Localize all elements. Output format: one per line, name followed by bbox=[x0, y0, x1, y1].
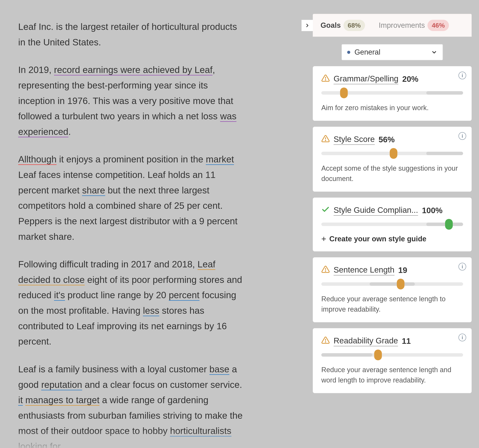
highlight-grammar[interactable]: base bbox=[209, 364, 229, 375]
highlight-grammar[interactable]: horticulturalists bbox=[170, 426, 231, 436]
plus-icon: + bbox=[321, 234, 326, 244]
goal-slider[interactable] bbox=[321, 221, 463, 227]
highlight-grammar[interactable]: reputation bbox=[41, 380, 82, 390]
highlight-grammar[interactable]: market bbox=[206, 154, 234, 165]
card-value: 11 bbox=[402, 336, 411, 346]
info-icon[interactable]: i bbox=[459, 72, 466, 79]
card-value: 20% bbox=[402, 74, 418, 84]
create-style-guide-link[interactable]: +Create your own style guide bbox=[321, 234, 463, 244]
goal-card-styleguide: Style Guide Complian...100%+Create your … bbox=[313, 198, 472, 251]
card-title[interactable]: Sentence Length bbox=[333, 265, 394, 276]
doc-paragraph: Leaf Inc. is the largest retailer of hor… bbox=[18, 19, 244, 50]
card-description: Reduce your average sentence length and … bbox=[321, 365, 463, 385]
info-icon[interactable]: i bbox=[459, 132, 466, 140]
slider-knob[interactable] bbox=[340, 87, 348, 98]
warning-icon bbox=[321, 134, 330, 145]
highlight-passive[interactable]: was experienced bbox=[18, 111, 236, 137]
card-title[interactable]: Style Score bbox=[333, 135, 375, 145]
document-content[interactable]: Leaf Inc. is the largest retailer of hor… bbox=[18, 19, 244, 448]
goal-card-readability: iReadability Grade11Reduce your average … bbox=[313, 328, 472, 393]
card-value: 100% bbox=[422, 206, 442, 215]
highlight-grammar[interactable]: share bbox=[82, 185, 105, 196]
doc-paragraph: In 2019, record earnings were achieved b… bbox=[18, 62, 244, 139]
tab-goals[interactable]: Goals 68% bbox=[320, 20, 365, 31]
card-value: 56% bbox=[379, 135, 395, 144]
card-title[interactable]: Style Guide Complian... bbox=[333, 205, 418, 216]
chevron-down-icon bbox=[431, 49, 437, 55]
goal-slider[interactable] bbox=[321, 90, 463, 96]
create-link-label: Create your own style guide bbox=[329, 235, 426, 243]
highlight-style[interactable]: manages to target bbox=[25, 395, 100, 406]
svg-point-1 bbox=[325, 80, 326, 80]
goal-slider[interactable] bbox=[321, 281, 463, 287]
warning-icon bbox=[321, 74, 330, 84]
chevron-right-icon bbox=[305, 23, 310, 28]
warning-icon bbox=[321, 265, 330, 276]
category-selector[interactable]: General bbox=[341, 44, 443, 60]
card-header: Readability Grade11 bbox=[321, 336, 463, 346]
goal-slider[interactable] bbox=[321, 352, 463, 358]
slider-knob[interactable] bbox=[445, 219, 453, 230]
card-description: Aim for zero mistakes in your work. bbox=[321, 103, 463, 113]
svg-point-5 bbox=[325, 271, 326, 271]
goals-panel: Goals 68% Improvements 46% General iGram… bbox=[313, 14, 472, 399]
tab-label: Goals bbox=[320, 21, 341, 29]
tab-badge: 46% bbox=[427, 20, 449, 31]
goal-slider[interactable] bbox=[321, 151, 463, 156]
panel-tabs: Goals 68% Improvements 46% bbox=[313, 14, 472, 37]
info-icon[interactable]: i bbox=[459, 263, 466, 270]
card-header: Style Score56% bbox=[321, 134, 463, 145]
card-description: Reduce your average sentence length to i… bbox=[321, 294, 463, 315]
card-header: Style Guide Complian...100% bbox=[321, 205, 463, 216]
highlight-grammar[interactable]: it bbox=[18, 395, 23, 406]
warning-icon bbox=[321, 336, 330, 346]
tab-improvements[interactable]: Improvements 46% bbox=[379, 20, 449, 31]
tab-label: Improvements bbox=[379, 21, 425, 29]
card-description: Accept some of the style suggestions in … bbox=[321, 163, 463, 184]
collapse-button[interactable] bbox=[301, 20, 313, 31]
slider-knob[interactable] bbox=[397, 279, 405, 290]
card-title[interactable]: Readability Grade bbox=[333, 336, 398, 346]
selector-label: General bbox=[354, 48, 380, 56]
card-value: 19 bbox=[398, 266, 407, 275]
highlight-grammar[interactable]: less bbox=[143, 305, 159, 316]
doc-paragraph: Following difficult trading in 2017 and … bbox=[18, 257, 244, 349]
highlight-grammar[interactable]: it's bbox=[54, 290, 65, 301]
card-header: Sentence Length19 bbox=[321, 265, 463, 276]
doc-paragraph: Allthough it enjoys a prominent position… bbox=[18, 152, 244, 244]
slider-knob[interactable] bbox=[390, 148, 397, 159]
svg-point-7 bbox=[325, 342, 326, 342]
dot-icon bbox=[347, 51, 350, 54]
info-icon[interactable]: i bbox=[459, 334, 466, 341]
card-header: Grammar/Spelling20% bbox=[321, 74, 463, 84]
tab-badge: 68% bbox=[344, 20, 365, 31]
goal-card-grammar: iGrammar/Spelling20%Aim for zero mistake… bbox=[313, 66, 472, 121]
highlight-spelling[interactable]: Allthough bbox=[18, 154, 57, 165]
doc-paragraph: Leaf is a family business with a loyal c… bbox=[18, 362, 244, 448]
check-icon bbox=[321, 205, 330, 216]
svg-point-3 bbox=[325, 140, 326, 141]
goal-card-sentence: iSentence Length19Reduce your average se… bbox=[313, 257, 472, 322]
highlight-style[interactable]: Leaf decided to close bbox=[18, 259, 215, 285]
card-title[interactable]: Grammar/Spelling bbox=[333, 74, 398, 84]
slider-knob[interactable] bbox=[374, 349, 382, 360]
highlight-passive[interactable]: record earnings were achieved by Leaf bbox=[54, 65, 213, 75]
goal-card-style: iStyle Score56%Accept some of the style … bbox=[313, 127, 472, 192]
highlight-grammar[interactable]: percent bbox=[169, 290, 200, 301]
